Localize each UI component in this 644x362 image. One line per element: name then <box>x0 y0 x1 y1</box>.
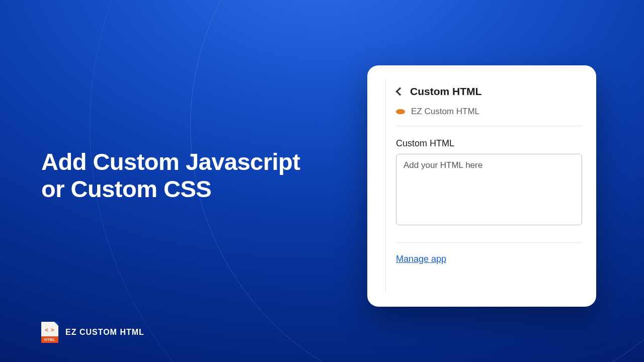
html-file-icon: < > HTML <box>41 322 58 343</box>
brand-logo-block: < > HTML EZ CUSTOM HTML <box>41 322 144 343</box>
panel-title: Custom HTML <box>410 85 481 98</box>
divider <box>396 126 582 126</box>
app-name: EZ Custom HTML <box>411 107 479 117</box>
app-identifier-row: EZ Custom HTML <box>396 107 582 117</box>
code-brackets-icon: < > <box>41 327 58 333</box>
marketing-headline: Add Custom Javascript or Custom CSS <box>41 148 300 203</box>
settings-panel-inner: Custom HTML EZ Custom HTML Custom HTML M… <box>385 79 582 293</box>
divider <box>396 242 582 243</box>
html-field-label: Custom HTML <box>396 138 582 149</box>
brand-name: EZ CUSTOM HTML <box>65 328 144 337</box>
panel-header: Custom HTML <box>396 85 582 98</box>
manage-app-link[interactable]: Manage app <box>396 254 446 264</box>
back-chevron-icon[interactable] <box>396 87 405 96</box>
headline-line-1: Add Custom Javascript <box>41 148 300 175</box>
settings-panel: Custom HTML EZ Custom HTML Custom HTML M… <box>367 65 596 307</box>
headline-line-2: or Custom CSS <box>41 175 300 203</box>
hat-icon <box>396 109 405 114</box>
html-badge: HTML <box>41 336 58 343</box>
custom-html-input[interactable] <box>396 154 582 225</box>
